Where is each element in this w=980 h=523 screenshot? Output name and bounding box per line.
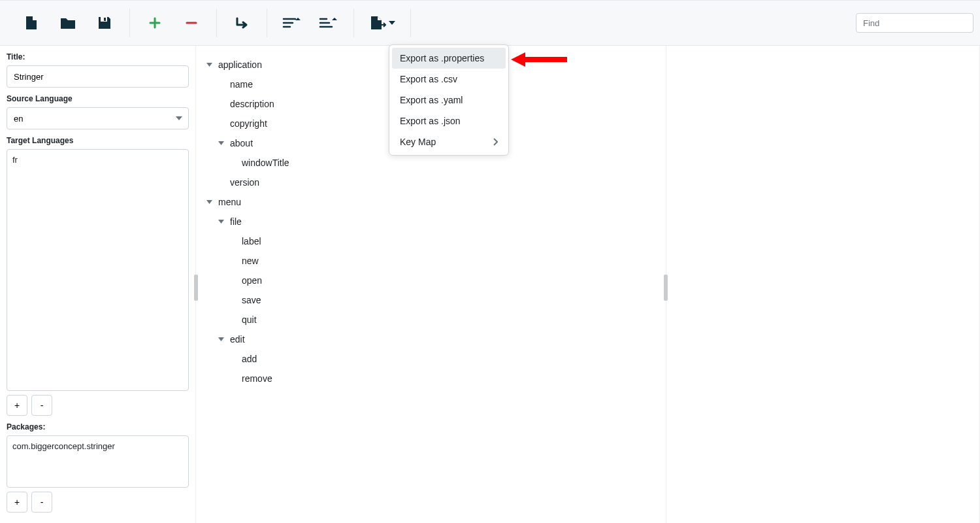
tree-item[interactable]: file: [203, 212, 659, 231]
svg-rect-1: [104, 18, 106, 21]
tree-item[interactable]: add: [203, 349, 659, 369]
add-language-button[interactable]: +: [7, 395, 27, 416]
caret-down-icon[interactable]: [206, 63, 214, 67]
menu-item-label: Export as .properties: [400, 53, 484, 63]
tree-item-label: quit: [242, 314, 257, 325]
sort-desc-icon: [282, 16, 302, 29]
tree-item[interactable]: label: [203, 231, 659, 251]
indent-arrow-icon: [234, 16, 250, 30]
caret-down-icon[interactable]: [218, 141, 226, 145]
title-input[interactable]: [7, 65, 189, 88]
save-button[interactable]: [91, 10, 118, 36]
menu-item[interactable]: Key Map: [392, 131, 506, 152]
packages-label: Packages:: [7, 422, 189, 431]
save-icon: [97, 15, 112, 31]
chevron-right-icon: [493, 138, 498, 146]
caret-down-icon[interactable]: [206, 200, 214, 204]
menu-item[interactable]: Export as .properties: [392, 48, 506, 69]
tree-item-label: label: [242, 236, 261, 246]
add-package-button[interactable]: +: [7, 492, 27, 513]
new-file-icon: [24, 15, 39, 31]
list-item[interactable]: com.biggerconcept.stringer: [12, 441, 183, 451]
tree-item[interactable]: menu: [203, 192, 659, 212]
minus-icon: [185, 16, 198, 29]
packages-list[interactable]: com.biggerconcept.stringer: [7, 435, 189, 488]
menu-item[interactable]: Export as .json: [392, 110, 506, 131]
export-dropdown: Export as .propertiesExport as .csvExpor…: [389, 44, 509, 156]
tree-item-label: edit: [230, 334, 245, 345]
tree-item[interactable]: quit: [203, 310, 659, 329]
tree-item-label: add: [242, 354, 257, 364]
resize-handle-left[interactable]: [194, 275, 198, 301]
menu-item[interactable]: Export as .yaml: [392, 90, 506, 110]
tree-item[interactable]: new: [203, 251, 659, 271]
open-folder-button[interactable]: [55, 10, 81, 36]
source-language-select[interactable]: en: [7, 107, 189, 129]
caret-down-icon: [389, 21, 395, 25]
export-file-icon: [369, 15, 386, 31]
find-box: [856, 13, 973, 33]
menu-item-label: Export as .csv: [400, 74, 457, 84]
tree-item[interactable]: remove: [203, 369, 659, 388]
folder-icon: [59, 16, 76, 30]
tree-item-label: menu: [218, 197, 241, 207]
sort-desc-button[interactable]: [279, 10, 305, 36]
title-label: Title:: [7, 52, 189, 61]
remove-language-button[interactable]: -: [31, 395, 52, 416]
tree-item-label: name: [230, 79, 253, 90]
menu-item-label: Export as .yaml: [400, 95, 463, 105]
tree-item[interactable]: version: [203, 173, 659, 192]
tree-item-label: file: [230, 216, 242, 227]
tree-item-label: save: [242, 295, 261, 305]
resize-handle-right[interactable]: [664, 275, 668, 301]
new-file-button[interactable]: [18, 10, 44, 36]
tree-item-label: application: [218, 59, 262, 70]
caret-down-icon[interactable]: [218, 337, 226, 341]
annotation-arrow: [511, 51, 567, 68]
add-button[interactable]: [142, 10, 168, 36]
toolbar: [0, 0, 980, 46]
target-languages-label: Target Languages: [7, 136, 189, 145]
tree-item-label: copyright: [230, 118, 267, 129]
indent-button[interactable]: [229, 10, 255, 36]
tree-item[interactable]: save: [203, 290, 659, 310]
list-item[interactable]: fr: [12, 155, 183, 165]
target-languages-list[interactable]: fr: [7, 149, 189, 391]
tree-item-label: new: [242, 256, 259, 266]
tree-item-label: open: [242, 275, 262, 286]
caret-down-icon[interactable]: [218, 220, 226, 224]
tree-item[interactable]: windowTitle: [203, 153, 659, 173]
menu-item-label: Key Map: [400, 137, 436, 147]
menu-item[interactable]: Export as .csv: [392, 69, 506, 90]
tree-item-label: windowTitle: [242, 158, 289, 168]
tree-item-label: version: [230, 177, 259, 188]
tree-item-label: remove: [242, 373, 272, 384]
editor-panel: [666, 46, 980, 523]
sidebar: Title: Source Language en Target Languag…: [0, 46, 196, 523]
source-language-label: Source Language: [7, 94, 189, 103]
remove-package-button[interactable]: -: [31, 492, 52, 513]
sort-asc-button[interactable]: [316, 10, 342, 36]
tree-item[interactable]: open: [203, 271, 659, 290]
menu-item-label: Export as .json: [400, 116, 461, 126]
tree-item-label: about: [230, 138, 253, 148]
sort-asc-icon: [319, 16, 338, 29]
tree-item[interactable]: edit: [203, 329, 659, 349]
export-button[interactable]: [366, 10, 399, 36]
plus-icon: [148, 16, 161, 29]
remove-button[interactable]: [178, 10, 204, 36]
tree-item-label: description: [230, 99, 274, 109]
find-input[interactable]: [856, 13, 973, 33]
